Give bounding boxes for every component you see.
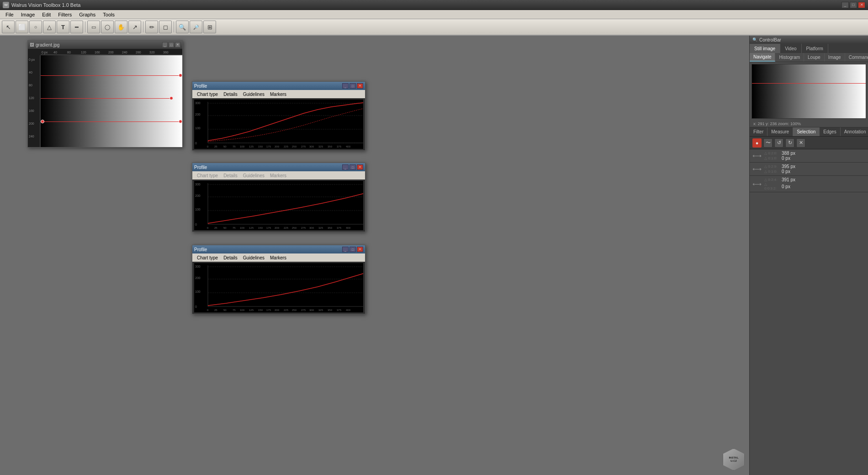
measure-val-1a: 388 px [782, 151, 795, 156]
measure-row-2: ⟷ △ 0:2:9: 395 px △ 0:1:0: 0 px [750, 163, 868, 176]
profile2-close[interactable]: ✕ [357, 164, 363, 170]
svg-text:100: 100 [195, 290, 201, 293]
toolbar-zoom-in[interactable]: 🔍 [176, 21, 189, 33]
navtab-commands[interactable]: Commands [845, 53, 868, 62]
profile3-guidelines[interactable]: Guidelines [240, 255, 267, 261]
svg-text:225: 225 [284, 145, 289, 148]
profile2-details[interactable]: Details [221, 173, 240, 179]
measure-sub-1b: △ 0:1:0: 0 px [764, 156, 865, 161]
svg-text:200: 200 [195, 194, 201, 197]
navtab-loupe[interactable]: Loupe [804, 53, 825, 62]
profile2-titlebar[interactable]: Profile _ □ ✕ [192, 163, 365, 171]
profile3-maximize[interactable]: □ [349, 247, 356, 252]
tab-still-image[interactable]: Still image [750, 44, 780, 53]
profile3-details[interactable]: Details [221, 255, 240, 261]
ftab-selection[interactable]: Selection [793, 127, 820, 136]
minimize-button[interactable]: _ [842, 2, 849, 8]
toolbar-move[interactable]: ↖ [2, 21, 15, 33]
toolbar-text[interactable]: T [57, 21, 69, 33]
svg-text:275: 275 [301, 145, 306, 148]
profile3-chart: 0 100 200 300 0 25 50 75 100 125 150 [194, 263, 363, 312]
ruler-vertical: 0 px 40 80 120 160 200 240 [28, 55, 41, 147]
profile1-minimize[interactable]: _ [342, 83, 349, 89]
navtab-histogram[interactable]: Histogram [775, 53, 804, 62]
profile2-menubar: Chart type Details Guidelines Markers [192, 171, 365, 179]
menu-image[interactable]: Image [17, 11, 39, 18]
cancel-btn[interactable]: ✕ [796, 138, 805, 148]
main-area: 🖼 gradient.jpg _ □ ✕ 0 px 40 [0, 36, 868, 475]
svg-text:400: 400 [346, 227, 351, 229]
ctrl-btn-row: ● 〜 ↺ ↻ ✕ [750, 137, 868, 149]
toolbar-grid[interactable]: ⊞ [203, 21, 216, 33]
toolbar-paint[interactable]: ✏ [145, 21, 158, 33]
toolbar-rect-draw[interactable]: ▭ [87, 21, 100, 33]
gradient-minimize[interactable]: _ [162, 42, 168, 48]
profile2-guidelines[interactable]: Guidelines [240, 173, 267, 179]
svg-text:300: 300 [195, 101, 201, 105]
redo-btn[interactable]: ↻ [785, 138, 794, 148]
svg-text:0 px: 0 px [42, 51, 48, 54]
toolbar-select-rect[interactable]: ⬜ [16, 21, 28, 33]
profile1-close[interactable]: ✕ [357, 83, 363, 89]
profile-window-1: Profile _ □ ✕ Chart type Details Guideli… [192, 81, 365, 151]
toolbar-select-ellipse[interactable]: ○ [29, 21, 42, 33]
profile1-maximize[interactable]: □ [349, 83, 356, 89]
coordinates: x: 291 y: 236 zoom: 100% [753, 121, 801, 126]
svg-text:75: 75 [233, 145, 236, 148]
tab-platform[interactable]: Platform [802, 44, 828, 53]
toolbar-ellipse-draw[interactable]: ◯ [101, 21, 114, 33]
red-circle-btn[interactable]: ● [752, 138, 762, 148]
gradient-close[interactable]: ✕ [175, 42, 180, 48]
profile3-close[interactable]: ✕ [357, 247, 363, 252]
gradient-window-titlebar[interactable]: 🖼 gradient.jpg _ □ ✕ [28, 41, 182, 49]
profile3-markers[interactable]: Markers [267, 255, 289, 261]
gradient-image-content [41, 55, 182, 147]
close-button[interactable]: ✕ [858, 2, 865, 8]
profile3-minimize[interactable]: _ [342, 247, 349, 252]
profile1-details[interactable]: Details [221, 91, 240, 97]
toolbar-line[interactable]: ━ [70, 21, 83, 33]
gradient-maximize[interactable]: □ [169, 42, 174, 48]
toolbar-zoom-out[interactable]: 🔎 [190, 21, 202, 33]
profile1-guidelines[interactable]: Guidelines [240, 91, 267, 97]
profile2-maximize[interactable]: □ [349, 164, 356, 170]
profile3-titlebar[interactable]: Profile _ □ ✕ [192, 245, 365, 253]
svg-text:0: 0 [207, 309, 209, 311]
undo-btn[interactable]: ↺ [774, 138, 783, 148]
ftab-annotation[interactable]: Annotation [841, 127, 868, 136]
profile1-charttype[interactable]: Chart type [194, 91, 221, 97]
menu-graphs[interactable]: Graphs [75, 11, 99, 18]
svg-text:375: 375 [337, 227, 342, 229]
toolbar-rotate[interactable]: ↗ [128, 21, 141, 33]
titlebar: W Walrus Vision Toolbox 1.0 Beta _ □ ✕ [0, 0, 868, 10]
svg-text:40: 40 [53, 51, 57, 54]
profile1-titlebar[interactable]: Profile _ □ ✕ [192, 82, 365, 90]
measure-val-2b: 0 px [782, 169, 790, 174]
svg-text:200: 200 [29, 122, 34, 125]
toolbar-polygon[interactable]: △ [43, 21, 56, 33]
menu-tools[interactable]: Tools [99, 11, 118, 18]
menu-file[interactable]: File [2, 11, 17, 18]
toolbar-eraser[interactable]: ◻ [159, 21, 172, 33]
profile2-minimize[interactable]: _ [342, 164, 349, 170]
toolbar-move2[interactable]: ✋ [115, 21, 127, 33]
menu-filters[interactable]: Filters [54, 11, 75, 18]
maximize-button[interactable]: □ [850, 2, 857, 8]
app-title: Walrus Vision Toolbox 1.0 Beta [11, 2, 80, 8]
navtab-image[interactable]: Image [825, 53, 845, 62]
ftab-measure[interactable]: Measure [767, 127, 793, 136]
navtab-navigate[interactable]: Navigate [750, 53, 775, 62]
wave-btn[interactable]: 〜 [763, 138, 773, 148]
svg-text:300: 300 [309, 309, 314, 311]
profile2-markers[interactable]: Markers [267, 173, 289, 179]
svg-text:350: 350 [328, 227, 333, 229]
profile2-charttype[interactable]: Chart type [194, 173, 221, 179]
menu-edit[interactable]: Edit [38, 11, 54, 18]
profile3-charttype[interactable]: Chart type [194, 255, 221, 261]
svg-text:0: 0 [195, 223, 197, 226]
measure-row-1: ⟷ △ 0:2:0: 388 px △ 0:1:0: 0 px [750, 149, 868, 163]
tab-video[interactable]: Video [780, 44, 801, 53]
ftab-edges[interactable]: Edges [820, 127, 840, 136]
profile1-markers[interactable]: Markers [267, 91, 289, 97]
ftab-filter[interactable]: Filter [750, 127, 767, 136]
